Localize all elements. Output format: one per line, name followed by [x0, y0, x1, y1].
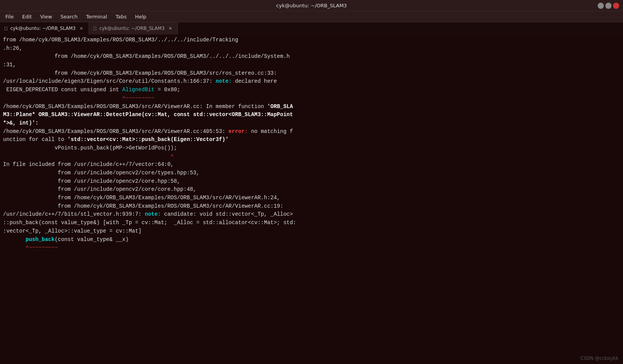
line-11: M3::Plane* ORB_SLAM3::ViewerAR::DetectPl… [3, 111, 620, 119]
line-3: from /home/cyk/ORB_SLAM3/Examples/ROS/OR… [3, 52, 620, 61]
menu-file[interactable]: File [2, 13, 18, 20]
menu-bar: File Edit View Search Terminal Tabs Help [0, 11, 623, 22]
line-13: /home/cyk/ORB_SLAM3/Examples/ROS/ORB_SLA… [3, 128, 620, 136]
tab-2[interactable]: ⎕ cyk@ubuntu: ~/ORB_SLAM3 ✕ [89, 22, 178, 34]
window-title: cyk@ubuntu: ~/ORB_SLAM3 [276, 3, 347, 8]
menu-help[interactable]: Help [131, 13, 150, 20]
tab-1-label: cyk@ubuntu: ~/ORB_SLAM3 [10, 26, 76, 31]
menu-view[interactable]: View [36, 13, 56, 20]
maximize-button[interactable] [605, 3, 611, 9]
line-25: ::push_back(const value_type&) [with _Tp… [3, 219, 620, 227]
line-10: /home/cyk/ORB_SLAM3/Examples/ROS/ORB_SLA… [3, 103, 620, 111]
line-28: ^~~~~~~~~~ [3, 244, 620, 252]
menu-tabs[interactable]: Tabs [112, 13, 130, 20]
close-button[interactable] [613, 3, 619, 9]
line-6: /usr/local/include/eigen3/Eigen/src/Core… [3, 77, 620, 86]
line-27: push_back(const value_type& __x) [3, 236, 620, 244]
menu-search[interactable]: Search [57, 13, 82, 20]
tab-2-close[interactable]: ✕ [168, 26, 173, 31]
line-19: from /usr/include/opencv2/core/types.hpp… [3, 169, 620, 177]
line-7: EIGEN_DEPRECATED const unsigned int Alig… [3, 86, 620, 94]
line-5: from /home/cyk/ORB_SLAM3/Examples/ROS/OR… [3, 69, 620, 78]
line-16: ^ [3, 152, 620, 161]
menu-terminal[interactable]: Terminal [82, 13, 111, 20]
line-18: In file included from /usr/include/c++/7… [3, 161, 620, 169]
line-8: ^~~~~~~~~~ [3, 94, 620, 103]
terminal-icon-1: ⎕ [5, 26, 7, 31]
line-2: .h:26, [3, 44, 620, 53]
tab-2-label: cyk@ubuntu: ~/ORB_SLAM3 [99, 26, 164, 31]
line-14: unction for call to 'std::vector<cv::Mat… [3, 136, 620, 144]
line-24: /usr/include/c++/7/bits/stl_vector.h:939… [3, 210, 620, 219]
menu-edit[interactable]: Edit [18, 13, 36, 20]
line-21: from /usr/include/opencv2/core/core.hpp:… [3, 185, 620, 194]
terminal-icon-2: ⎕ [94, 26, 96, 31]
line-20: from /usr/include/opencv2/core.hpp:58, [3, 177, 620, 186]
tab-1-close[interactable]: ✕ [79, 26, 84, 31]
line-12: *>&, int)': [3, 119, 620, 128]
line-4: :31, [3, 61, 620, 69]
line-23: from /home/cyk/ORB_SLAM3/Examples/ROS/OR… [3, 202, 620, 211]
line-15: vPoints.push_back(pMP->GetWorldPos()); [3, 144, 620, 152]
line-26: :vector<_Tp, _Alloc>::value_type = cv::M… [3, 227, 620, 236]
window-controls[interactable] [598, 3, 619, 9]
line-1: from /home/cyk/ORB_SLAM3/Examples/ROS/OR… [3, 36, 620, 44]
terminal-content: from /home/cyk/ORB_SLAM3/Examples/ROS/OR… [0, 34, 623, 364]
tab-bar: ⎕ cyk@ubuntu: ~/ORB_SLAM3 ✕ ⎕ cyk@ubuntu… [0, 22, 623, 34]
watermark: CSDN @ccboykk [580, 356, 618, 361]
minimize-button[interactable] [598, 3, 604, 9]
tab-1[interactable]: ⎕ cyk@ubuntu: ~/ORB_SLAM3 ✕ [0, 22, 89, 34]
title-bar: cyk@ubuntu: ~/ORB_SLAM3 [0, 0, 623, 11]
line-22: from /home/cyk/ORB_SLAM3/Examples/ROS/OR… [3, 194, 620, 202]
